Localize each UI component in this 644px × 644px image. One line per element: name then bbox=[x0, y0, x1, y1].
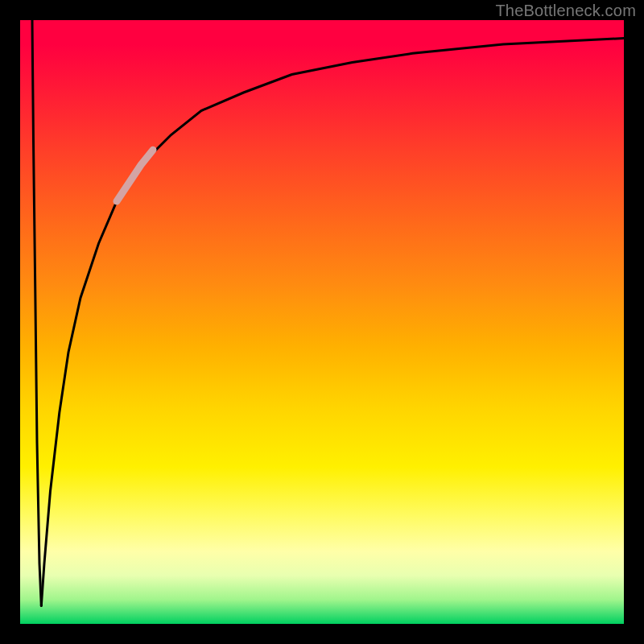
watermark-text: TheBottleneck.com bbox=[495, 2, 636, 20]
highlight-segment bbox=[117, 150, 153, 201]
curve-left-branch bbox=[32, 20, 41, 606]
curves-svg bbox=[20, 20, 624, 624]
plot-area bbox=[20, 20, 624, 624]
curve-right-branch bbox=[41, 39, 624, 606]
chart-frame: TheBottleneck.com bbox=[0, 0, 644, 644]
